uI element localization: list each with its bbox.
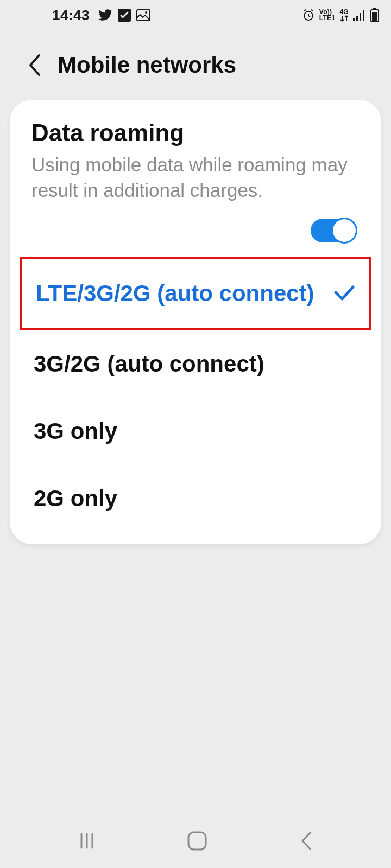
svg-point-2 bbox=[145, 11, 147, 14]
home-button[interactable] bbox=[187, 831, 207, 853]
network-mode-option-1-label: 3G only bbox=[34, 418, 117, 444]
app-header: Mobile networks bbox=[0, 30, 391, 100]
data-roaming-toggle[interactable] bbox=[311, 219, 356, 242]
network-mode-option-0[interactable]: 3G/2G (auto connect) bbox=[31, 330, 360, 398]
recents-button[interactable] bbox=[78, 832, 96, 852]
volte-indicator: Vo)) LTE1 bbox=[319, 9, 336, 21]
svg-rect-6 bbox=[360, 13, 361, 21]
data-arrows-icon bbox=[340, 15, 349, 22]
network-mode-option-0-label: 3G/2G (auto connect) bbox=[34, 351, 264, 377]
status-bar-left: 14:43 bbox=[52, 7, 150, 24]
mobile-data-indicator: 4G bbox=[339, 9, 349, 22]
toggle-knob bbox=[331, 218, 357, 244]
svg-rect-11 bbox=[188, 832, 206, 850]
check-icon bbox=[333, 280, 355, 307]
image-notification-icon bbox=[136, 9, 150, 21]
twitter-icon bbox=[98, 9, 112, 21]
status-time: 14:43 bbox=[52, 7, 90, 24]
annotation-highlight: LTE/3G/2G (auto connect) bbox=[20, 257, 371, 330]
svg-rect-7 bbox=[363, 10, 364, 21]
data-roaming-section[interactable]: Data roaming Using mobile data while roa… bbox=[31, 119, 360, 248]
system-nav-bar bbox=[0, 816, 391, 868]
status-bar: 14:43 Vo)) LTE1 4G bbox=[0, 0, 391, 30]
data-roaming-title: Data roaming bbox=[31, 119, 360, 146]
battery-icon bbox=[370, 8, 379, 22]
svg-rect-5 bbox=[356, 16, 358, 21]
nav-back-button[interactable] bbox=[298, 831, 313, 853]
network-mode-option-2[interactable]: 2G only bbox=[31, 465, 360, 532]
volte-bottom: LTE1 bbox=[319, 15, 336, 21]
network-mode-selected[interactable]: LTE/3G/2G (auto connect) bbox=[22, 259, 369, 328]
network-mode-option-2-label: 2G only bbox=[34, 486, 117, 512]
svg-rect-10 bbox=[372, 12, 377, 21]
checkbox-notification-icon bbox=[118, 9, 131, 22]
signal-strength-icon bbox=[353, 10, 366, 21]
settings-card: Data roaming Using mobile data while roa… bbox=[10, 100, 381, 544]
svg-rect-4 bbox=[353, 18, 355, 21]
mobile-data-gen: 4G bbox=[339, 9, 349, 15]
alarm-icon bbox=[302, 9, 315, 22]
back-icon[interactable] bbox=[27, 53, 42, 77]
network-mode-selected-label: LTE/3G/2G (auto connect) bbox=[36, 280, 314, 307]
page-title: Mobile networks bbox=[58, 52, 236, 78]
status-bar-right: Vo)) LTE1 4G bbox=[302, 8, 379, 22]
network-mode-option-1[interactable]: 3G only bbox=[31, 398, 360, 465]
data-roaming-description: Using mobile data while roaming may resu… bbox=[31, 152, 360, 203]
